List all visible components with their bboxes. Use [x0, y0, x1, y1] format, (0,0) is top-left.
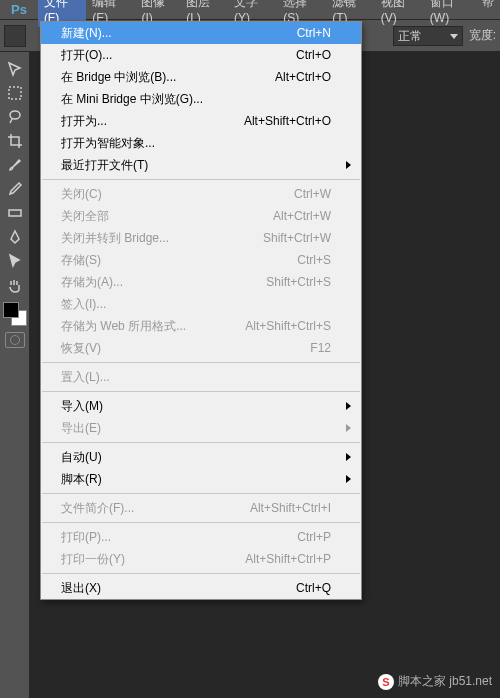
menu-separator — [42, 442, 360, 443]
menu-item-label: 打开为智能对象... — [61, 135, 331, 152]
menu-item: 存储为(A)...Shift+Ctrl+S — [41, 271, 361, 293]
menu-7[interactable]: 视图(V) — [375, 0, 424, 27]
hand-tool[interactable] — [3, 274, 27, 296]
menu-separator — [42, 573, 360, 574]
lasso-tool[interactable] — [3, 106, 27, 128]
svg-point-1 — [10, 111, 20, 119]
menu-item[interactable]: 导入(M) — [41, 395, 361, 417]
brush-tool[interactable] — [3, 154, 27, 176]
menu-item-shortcut: Alt+Ctrl+O — [275, 70, 331, 84]
menu-item-label: 关闭并转到 Bridge... — [61, 230, 263, 247]
blend-mode-dropdown[interactable]: 正常 — [393, 26, 463, 46]
menu-item-label: 导入(M) — [61, 398, 331, 415]
menu-item-label: 打印(P)... — [61, 529, 297, 546]
menu-item-shortcut: Shift+Ctrl+W — [263, 231, 331, 245]
menu-item-label: 关闭全部 — [61, 208, 273, 225]
eyedropper-tool[interactable] — [3, 178, 27, 200]
menu-item-shortcut: Ctrl+S — [297, 253, 331, 267]
menu-item-label: 存储为(A)... — [61, 274, 266, 291]
menu-item: 打印(P)...Ctrl+P — [41, 526, 361, 548]
menu-item-label: 自动(U) — [61, 449, 331, 466]
menu-item-shortcut: Alt+Shift+Ctrl+O — [244, 114, 331, 128]
menu-item-label: 新建(N)... — [61, 25, 297, 42]
menu-item-shortcut: Alt+Shift+Ctrl+S — [245, 319, 331, 333]
menu-item: 存储(S)Ctrl+S — [41, 249, 361, 271]
menu-item: 打印一份(Y)Alt+Shift+Ctrl+P — [41, 548, 361, 570]
menu-item-label: 打印一份(Y) — [61, 551, 245, 568]
menu-item-label: 置入(L)... — [61, 369, 331, 386]
app-logo: Ps — [0, 0, 38, 20]
menu-item: 关闭并转到 Bridge...Shift+Ctrl+W — [41, 227, 361, 249]
width-label: 宽度: — [469, 27, 496, 44]
menu-separator — [42, 493, 360, 494]
menu-item-shortcut: F12 — [310, 341, 331, 355]
menu-item[interactable]: 打开为...Alt+Shift+Ctrl+O — [41, 110, 361, 132]
watermark: S 脚本之家 jb51.net — [378, 673, 492, 690]
svg-rect-2 — [9, 210, 21, 216]
menu-item-label: 恢复(V) — [61, 340, 310, 357]
menu-item[interactable]: 打开(O)...Ctrl+O — [41, 44, 361, 66]
menu-item[interactable]: 打开为智能对象... — [41, 132, 361, 154]
menu-item-shortcut: Alt+Shift+Ctrl+I — [250, 501, 331, 515]
svg-rect-0 — [9, 87, 21, 99]
menu-item: 存储为 Web 所用格式...Alt+Shift+Ctrl+S — [41, 315, 361, 337]
menu-item: 导出(E) — [41, 417, 361, 439]
menu-item[interactable]: 在 Mini Bridge 中浏览(G)... — [41, 88, 361, 110]
menu-item: 关闭全部Alt+Ctrl+W — [41, 205, 361, 227]
menu-item: 置入(L)... — [41, 366, 361, 388]
menu-item-label: 存储为 Web 所用格式... — [61, 318, 245, 335]
menu-item[interactable]: 自动(U) — [41, 446, 361, 468]
menu-8[interactable]: 窗口(W) — [424, 0, 476, 27]
menu-separator — [42, 522, 360, 523]
menu-item-label: 打开为... — [61, 113, 244, 130]
color-swatches[interactable] — [3, 302, 27, 326]
menu-item-label: 关闭(C) — [61, 186, 294, 203]
menu-item-label: 打开(O)... — [61, 47, 296, 64]
menu-item-label: 文件简介(F)... — [61, 500, 250, 517]
menu-item-label: 在 Mini Bridge 中浏览(G)... — [61, 91, 331, 108]
menu-item: 关闭(C)Ctrl+W — [41, 183, 361, 205]
menu-item: 签入(I)... — [41, 293, 361, 315]
menu-item[interactable]: 退出(X)Ctrl+Q — [41, 577, 361, 599]
menu-item[interactable]: 最近打开文件(T) — [41, 154, 361, 176]
menu-item-shortcut: Alt+Shift+Ctrl+P — [245, 552, 331, 566]
marquee-tool[interactable] — [3, 82, 27, 104]
menu-item-shortcut: Ctrl+O — [296, 48, 331, 62]
menu-item-label: 最近打开文件(T) — [61, 157, 331, 174]
menu-item-label: 签入(I)... — [61, 296, 331, 313]
menu-item-shortcut: Shift+Ctrl+S — [266, 275, 331, 289]
pen-tool[interactable] — [3, 226, 27, 248]
menu-item: 文件简介(F)...Alt+Shift+Ctrl+I — [41, 497, 361, 519]
menu-item-label: 导出(E) — [61, 420, 331, 437]
menu-item-shortcut: Ctrl+W — [294, 187, 331, 201]
menubar: Ps 文件(F)编辑(E)图像(I)图层(L)文字(Y)选择(S)滤镜(T)视图… — [0, 0, 500, 20]
path-selection-tool[interactable] — [3, 250, 27, 272]
foreground-swatch[interactable] — [3, 302, 19, 318]
menu-item-shortcut: Ctrl+Q — [296, 581, 331, 595]
menu-9[interactable]: 帮 — [476, 0, 500, 27]
menu-item[interactable]: 在 Bridge 中浏览(B)...Alt+Ctrl+O — [41, 66, 361, 88]
menu-item[interactable]: 脚本(R) — [41, 468, 361, 490]
file-menu-dropdown: 新建(N)...Ctrl+N打开(O)...Ctrl+O在 Bridge 中浏览… — [40, 21, 362, 600]
menu-item-shortcut: Ctrl+N — [297, 26, 331, 40]
tools-panel — [0, 52, 30, 698]
menu-item-shortcut: Ctrl+P — [297, 530, 331, 544]
menu-item-label: 退出(X) — [61, 580, 296, 597]
menu-item-shortcut: Alt+Ctrl+W — [273, 209, 331, 223]
watermark-icon: S — [378, 674, 394, 690]
quick-mask-toggle[interactable] — [5, 332, 25, 348]
menu-item-label: 脚本(R) — [61, 471, 331, 488]
menu-item-label: 存储(S) — [61, 252, 297, 269]
tool-preset-picker[interactable] — [4, 25, 26, 47]
menu-separator — [42, 391, 360, 392]
move-tool[interactable] — [3, 58, 27, 80]
menu-item[interactable]: 新建(N)...Ctrl+N — [41, 22, 361, 44]
menu-item-label: 在 Bridge 中浏览(B)... — [61, 69, 275, 86]
menu-item: 恢复(V)F12 — [41, 337, 361, 359]
watermark-text: 脚本之家 jb51.net — [398, 673, 492, 690]
gradient-tool[interactable] — [3, 202, 27, 224]
menu-separator — [42, 362, 360, 363]
crop-tool[interactable] — [3, 130, 27, 152]
menu-separator — [42, 179, 360, 180]
